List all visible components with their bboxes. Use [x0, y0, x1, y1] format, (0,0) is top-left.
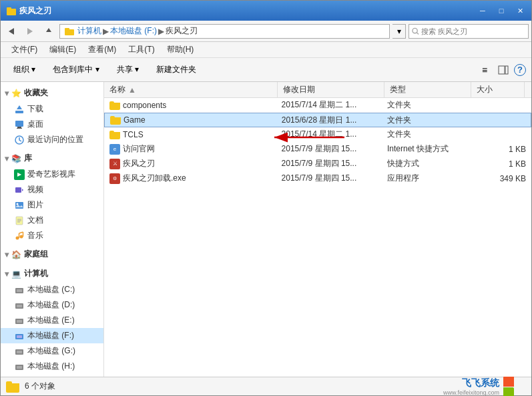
svg-rect-13 — [15, 121, 23, 127]
drive-d-icon — [14, 300, 25, 311]
table-row[interactable]: ⚔ 疾风之刃 2015/7/9 星期四 15... 快捷方式 1 KB — [104, 157, 531, 171]
table-row[interactable]: ⚙ 疾风之刃卸载.exe 2015/7/9 星期四 15... 应用程序 349… — [104, 171, 531, 186]
computer-icon: 💻 — [11, 269, 21, 279]
window: 疾风之刃 ─ □ ✕ 计算机 ▶ 本地磁盘 (F:) ▶ 疾风之刃 ▾ — [0, 0, 532, 396]
status-bar: 6 个对象 飞飞系统 www.feifeixitong.com — [1, 377, 531, 395]
drive-g-icon — [14, 346, 25, 357]
sidebar-homegroup: ▾ 🏠 家庭组 — [1, 246, 103, 263]
svg-rect-34 — [17, 305, 22, 307]
sidebar-library-header[interactable]: ▾ 📚 库 — [1, 150, 103, 167]
address-dropdown[interactable]: ▾ — [392, 24, 406, 39]
sidebar: ▾ ⭐ 收藏夹 下载 桌面 — [1, 82, 104, 377]
sidebar-library-label: 库 — [24, 153, 32, 164]
sidebar-item-drive-c[interactable]: 本地磁盘 (C:) — [1, 282, 103, 297]
svg-rect-36 — [17, 320, 22, 323]
sidebar-item-iqiyi[interactable]: ▶ 爱奇艺影视库 — [1, 167, 103, 182]
col-header-name[interactable]: 名称 ▲ — [104, 82, 278, 97]
view-toggle-button[interactable]: ≡ — [477, 62, 493, 78]
sidebar-item-desktop-label: 桌面 — [27, 119, 43, 130]
table-row[interactable]: components 2015/7/14 星期二 1... 文件夹 — [104, 98, 531, 113]
sidebar-item-recent[interactable]: 最近访问的位置 — [1, 132, 103, 147]
sidebar-homegroup-label: 家庭组 — [24, 249, 48, 260]
main-content: ▾ ⭐ 收藏夹 下载 桌面 — [1, 82, 531, 377]
maximize-button[interactable]: □ — [493, 4, 510, 17]
close-button[interactable]: ✕ — [511, 4, 529, 17]
sidebar-item-drive-f[interactable]: 本地磁盘 (F:) — [1, 328, 103, 343]
iqiyi-icon: ▶ — [14, 169, 25, 180]
table-row[interactable]: e 访问官网 2015/7/9 星期四 15... Internet 快捷方式 … — [104, 142, 531, 157]
include-library-button[interactable]: 包含到库中 ▾ — [45, 61, 106, 79]
sidebar-favorites-header[interactable]: ▾ ⭐ 收藏夹 — [1, 85, 103, 101]
exe-icon: ⚙ — [109, 173, 120, 184]
sidebar-item-images[interactable]: 图片 — [1, 197, 103, 213]
sidebar-favorites-icon: ⭐ — [11, 89, 21, 98]
homegroup-icon: 🏠 — [11, 250, 21, 259]
sidebar-item-drive-d-label: 本地磁盘 (D:) — [27, 299, 75, 311]
col-header-date[interactable]: 修改日期 — [278, 82, 384, 97]
desktop-icon — [14, 119, 25, 130]
preview-pane-button[interactable] — [495, 62, 511, 78]
search-box[interactable] — [409, 24, 529, 39]
sidebar-item-docs-label: 文档 — [27, 215, 43, 226]
svg-rect-32 — [17, 289, 22, 292]
menu-edit[interactable]: 编辑(E) — [44, 43, 81, 57]
svg-rect-1 — [7, 7, 11, 10]
menu-bar: 文件(F) 编辑(E) 查看(M) 工具(T) 帮助(H) — [1, 42, 531, 58]
windows-logo-icon — [502, 375, 526, 397]
sidebar-item-video[interactable]: 视频 — [1, 182, 103, 197]
video-icon — [14, 185, 25, 195]
window-icon — [6, 5, 17, 16]
back-button[interactable] — [3, 23, 19, 39]
image-icon — [14, 200, 25, 211]
sidebar-item-iqiyi-label: 爱奇艺影视库 — [27, 169, 75, 180]
sidebar-item-music[interactable]: 音乐 — [1, 228, 103, 243]
svg-rect-11 — [15, 111, 23, 113]
new-folder-button[interactable]: 新建文件夹 — [149, 61, 204, 79]
title-bar-left: 疾风之刃 — [6, 5, 51, 17]
sort-arrow: ▲ — [128, 85, 136, 95]
sidebar-favorites: ▾ ⭐ 收藏夹 下载 桌面 — [1, 85, 103, 147]
sidebar-item-desktop[interactable]: 桌面 — [1, 117, 103, 132]
minimize-button[interactable]: ─ — [474, 4, 491, 17]
sidebar-item-drive-e[interactable]: 本地磁盘 (E:) — [1, 313, 103, 328]
table-row[interactable]: Game 2015/6/28 星期日 1... 文件夹 — [104, 113, 531, 127]
up-button[interactable] — [41, 23, 57, 39]
sidebar-item-drive-h[interactable]: 本地磁盘 (H:) — [1, 359, 103, 374]
library-icon: 📚 — [11, 154, 21, 163]
sidebar-item-drive-g[interactable]: 本地磁盘 (G:) — [1, 343, 103, 359]
window-title: 疾风之刃 — [19, 5, 51, 17]
menu-file[interactable]: 文件(F) — [6, 43, 43, 57]
svg-rect-15 — [17, 128, 22, 129]
help-button[interactable]: ? — [514, 64, 526, 76]
toolbar: 组织 ▾ 包含到库中 ▾ 共享 ▾ 新建文件夹 ≡ ? — [1, 58, 531, 82]
menu-view[interactable]: 查看(M) — [83, 43, 121, 57]
file-list: components 2015/7/14 星期二 1... 文件夹 — [104, 98, 531, 377]
shortcut-icon: e — [109, 144, 120, 155]
col-header-type[interactable]: 类型 — [384, 82, 471, 97]
drive-h-icon — [14, 361, 25, 372]
search-input[interactable] — [421, 27, 525, 35]
address-path[interactable]: 计算机 ▶ 本地磁盘 (F:) ▶ 疾风之刃 — [59, 24, 390, 39]
doc-icon — [14, 215, 25, 226]
sidebar-computer: ▾ 💻 计算机 本地磁盘 (C:) 本地磁盘 (D:) — [1, 265, 103, 374]
menu-help[interactable]: 帮助(H) — [162, 43, 200, 57]
sidebar-homegroup-header[interactable]: ▾ 🏠 家庭组 — [1, 246, 103, 263]
svg-marker-3 — [27, 28, 33, 35]
forward-button[interactable] — [22, 23, 38, 39]
menu-tools[interactable]: 工具(T) — [123, 43, 160, 57]
file-area: 名称 ▲ 修改日期 类型 大小 — [104, 82, 531, 377]
file-header: 名称 ▲ 修改日期 类型 大小 — [104, 82, 531, 98]
drive-c-icon — [14, 285, 25, 295]
col-header-size[interactable]: 大小 — [471, 82, 525, 97]
sidebar-item-drive-d[interactable]: 本地磁盘 (D:) — [1, 297, 103, 313]
sidebar-computer-label: 计算机 — [24, 268, 48, 279]
download-icon — [14, 104, 25, 115]
status-logo: 飞飞系统 www.feifeixitong.com — [443, 375, 526, 397]
sidebar-item-docs[interactable]: 文档 — [1, 213, 103, 228]
organize-button[interactable]: 组织 ▾ — [6, 61, 43, 79]
sidebar-computer-header[interactable]: ▾ 💻 计算机 — [1, 265, 103, 282]
address-bar: 计算机 ▶ 本地磁盘 (F:) ▶ 疾风之刃 ▾ — [1, 21, 531, 42]
table-row[interactable]: TCLS 2015/7/14 星期二 1... 文件夹 — [104, 127, 531, 142]
share-button[interactable]: 共享 ▾ — [109, 61, 146, 79]
sidebar-item-download[interactable]: 下载 — [1, 101, 103, 117]
